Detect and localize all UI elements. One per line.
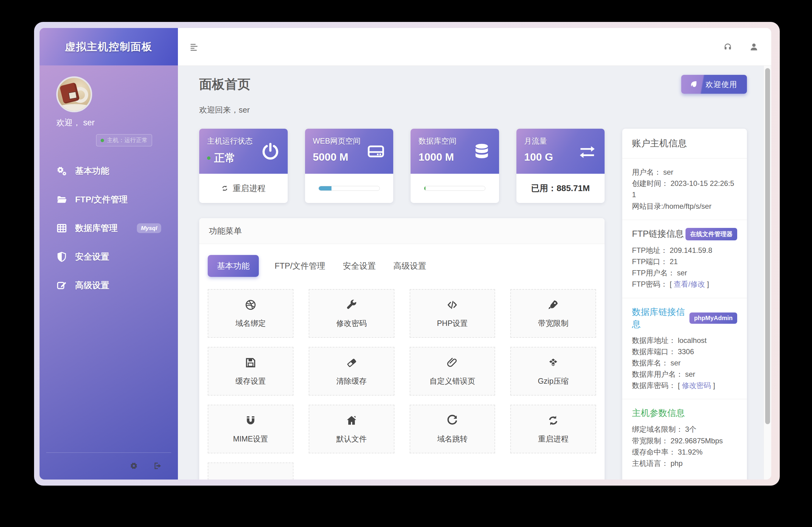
function-card-icon (446, 357, 458, 369)
info-row-text: 创建时间： 2023-10-15 22:26:51 (632, 179, 734, 199)
headset-icon[interactable] (723, 42, 732, 52)
info-row-text: 网站目录:/home/ftp/s/ser (632, 202, 711, 210)
function-card-label: 缓存设置 (235, 376, 266, 386)
status-dot-icon (207, 156, 211, 160)
section-heading-text: 主机参数信息 (632, 407, 685, 419)
function-card[interactable]: 域名绑定 (208, 289, 293, 338)
sidebar-menu-item[interactable]: 高级设置 (40, 271, 178, 300)
mysql-badge: Mysql (137, 223, 161, 233)
info-row: 数据库端口： 3306 (632, 346, 737, 357)
sidebar-menu-item[interactable]: FTP/文件管理 (40, 185, 178, 214)
restart-process-action[interactable]: 重启进程 (221, 183, 265, 194)
scrollbar[interactable] (764, 66, 771, 480)
stat-card-footer (305, 174, 393, 203)
php-version-row: 切换php版本: PHP-8.0 确定 (622, 477, 747, 480)
info-row: 创建时间： 2023-10-15 22:26:51 (632, 178, 737, 200)
info-row: FTP端口： 21 (632, 256, 737, 267)
function-card-icon (245, 299, 257, 311)
status-dot-icon (101, 139, 104, 142)
function-card[interactable]: 自定义错误页 (410, 347, 495, 396)
menu-item-icon (56, 194, 67, 205)
hamburger-menu-icon[interactable] (189, 42, 199, 52)
function-card[interactable]: 修改密码 (309, 289, 394, 338)
section-badge-button[interactable]: phpMyAdmin (690, 313, 737, 324)
main-area: 面板首页 欢迎使用 欢迎回来，ser 主机运行状态 (178, 28, 771, 480)
menu-item-label: 基本功能 (75, 165, 109, 177)
control-panel-app: 虚拟主机控制面板 欢迎， ser 主机：运行正常 基本功能 (40, 28, 771, 480)
info-row-link[interactable]: 查看/修改 (673, 280, 705, 288)
section-badge-button[interactable]: 在线文件管理器 (685, 228, 737, 240)
info-row-text: FTP密码： [ (632, 280, 673, 288)
function-card[interactable]: 域名跳转 (410, 405, 495, 453)
function-card[interactable]: MIME设置 (208, 405, 293, 453)
function-card-icon (446, 299, 458, 311)
section-heading-text: 数据库链接信息 (632, 306, 690, 330)
stat-card-icon (472, 142, 491, 161)
function-card-label: PHP设置 (437, 318, 468, 328)
function-card[interactable] (208, 462, 293, 480)
account-panel-title: 账户主机信息 (622, 129, 747, 158)
section-heading-text: FTP链接信息 (632, 228, 684, 240)
function-menu-panel: 功能菜单 基本功能FTP/文件管理安全设置高级设置 域名绑定 (199, 218, 605, 480)
sidebar-menu-item[interactable]: 基本功能 (40, 157, 178, 185)
stat-card-icon (366, 142, 385, 161)
function-card[interactable]: Gzip压缩 (510, 347, 596, 396)
info-row-link[interactable]: 修改密码 (682, 381, 711, 389)
info-row: FTP密码： [ 查看/修改 ] (632, 279, 737, 290)
sidebar-footer-icon[interactable] (129, 461, 139, 470)
content: 面板首页 欢迎使用 欢迎回来，ser 主机运行状态 (178, 66, 771, 480)
avatar[interactable] (56, 76, 92, 112)
info-row: 主机语言： php (632, 458, 737, 469)
function-tab[interactable]: 安全设置 (341, 255, 378, 277)
account-section: FTP链接信息 在线文件管理器 FTP地址： 209.141.59.8 (622, 220, 747, 298)
stat-card-footer: 重启进程 (199, 174, 288, 203)
sidebar-menu-item[interactable]: 数据库管理 Mysql (40, 214, 178, 242)
function-card-label: 修改密码 (336, 318, 367, 328)
welcome-back-text: 欢迎回来，ser (199, 105, 747, 115)
right-column: 账户主机信息 用户名： ser (622, 129, 747, 480)
function-tab[interactable]: 高级设置 (392, 255, 428, 277)
function-card[interactable]: 重启进程 (510, 405, 596, 453)
stat-card-header: 主机运行状态 正常 (199, 129, 288, 174)
scrollbar-thumb[interactable] (765, 68, 770, 424)
info-row: 用户名： ser (632, 167, 737, 178)
function-tab[interactable]: 基本功能 (208, 255, 259, 277)
sidebar-menu-item[interactable]: 安全设置 (40, 242, 178, 271)
stat-card: WEB网页空间 5000 M (305, 129, 393, 203)
function-card-icon (245, 357, 257, 369)
info-row-suffix: ] (705, 280, 709, 288)
stat-card-icon (578, 142, 597, 161)
stat-card-footer: 已用：885.71M (517, 174, 605, 203)
user-icon[interactable] (749, 42, 758, 52)
info-row-text: 数据库密码： [ (632, 381, 682, 389)
restart-process-label: 重启进程 (233, 183, 265, 194)
menu-item-label: 数据库管理 (75, 223, 118, 234)
menu-item-label: 高级设置 (75, 280, 109, 291)
info-row-text: FTP用户名： ser (632, 269, 687, 277)
function-card[interactable]: 带宽限制 (510, 289, 596, 338)
info-row-text: FTP端口： 21 (632, 257, 678, 266)
function-tab[interactable]: FTP/文件管理 (273, 255, 327, 277)
title-row: 面板首页 欢迎使用 (199, 75, 747, 94)
welcome-button[interactable]: 欢迎使用 (681, 75, 747, 94)
menu-item-label: 安全设置 (75, 251, 109, 262)
function-card-label: Gzip压缩 (538, 376, 568, 386)
info-row: FTP地址： 209.141.59.8 (632, 245, 737, 256)
stat-card-footer (410, 174, 499, 203)
menu-item-icon (56, 280, 67, 291)
function-card-icon (346, 414, 358, 427)
function-card-label: 域名跳转 (437, 434, 467, 444)
sidebar-footer-icon[interactable] (153, 461, 162, 470)
function-card[interactable]: 缓存设置 (208, 347, 293, 396)
function-card-icon (346, 299, 358, 311)
function-card-label: 域名绑定 (235, 318, 266, 328)
function-card-icon (547, 357, 559, 369)
section-heading: FTP链接信息 在线文件管理器 (632, 228, 737, 240)
function-card[interactable]: 默认文件 (309, 405, 394, 453)
stat-value-text: 正常 (214, 151, 235, 165)
function-card[interactable]: PHP设置 (410, 289, 495, 338)
function-card-icon (547, 414, 559, 427)
function-card-icon (346, 357, 358, 369)
sync-icon (221, 185, 228, 192)
function-card[interactable]: 清除缓存 (309, 347, 394, 396)
